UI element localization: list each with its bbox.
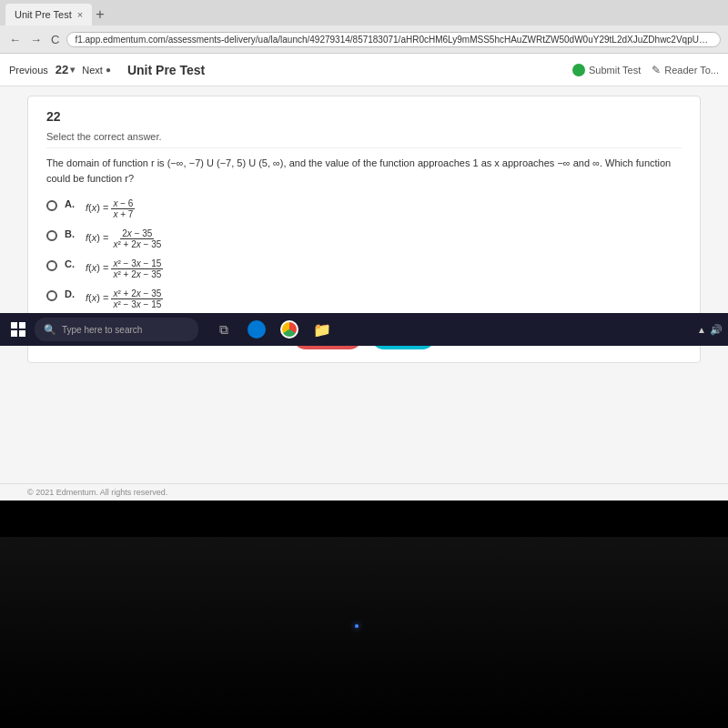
new-tab-button[interactable]: +	[96, 6, 104, 23]
search-icon: 🔍	[44, 324, 56, 336]
taskbar-search[interactable]: 🔍 Type here to search	[35, 318, 198, 341]
reader-icon: ✎	[652, 64, 661, 76]
option-a-formula: f(x) = x − 6 x + 7	[86, 198, 135, 219]
edge-browser-icon	[248, 320, 266, 339]
win-quad-1	[11, 322, 17, 329]
main-content: 22 Select the correct answer. The domain…	[0, 86, 728, 483]
power-indicator	[355, 624, 359, 628]
edge-icon[interactable]	[244, 317, 269, 342]
toolbar-left: Previous 22 ▾ Next ● Unit Pre Test	[9, 63, 572, 77]
question-number-heading: 22	[46, 109, 682, 124]
refresh-button[interactable]: C	[49, 33, 61, 46]
question-text: The domain of function r is (−∞, −7) U (…	[46, 156, 682, 186]
answer-options: A. f(x) = x − 6 x + 7 B. f(x) =	[46, 198, 682, 309]
windows-icon	[11, 322, 25, 337]
chrome-browser-icon	[280, 320, 298, 339]
previous-button[interactable]: Previous	[9, 65, 48, 76]
taskbar-icons: ⧉ 📁	[211, 317, 335, 342]
back-button[interactable]: ←	[7, 33, 23, 46]
taskbar-right: ▲ 🔊	[697, 324, 723, 336]
address-input[interactable]: f1.app.edmentum.com/assessments-delivery…	[66, 32, 721, 47]
fraction-d: x² + 2x − 35 x² − 3x − 15	[111, 288, 163, 309]
question-dropdown-arrow[interactable]: ▾	[70, 65, 75, 75]
tab-bar: Unit Pre Test × +	[0, 0, 728, 25]
task-view-button[interactable]: ⧉	[211, 317, 237, 342]
system-tray: ▲ 🔊	[697, 324, 723, 336]
app-toolbar: Previous 22 ▾ Next ● Unit Pre Test Submi…	[0, 54, 728, 86]
question-instruction: Select the correct answer.	[46, 131, 682, 148]
volume-icon[interactable]: 🔊	[710, 324, 723, 336]
radio-b[interactable]	[46, 230, 57, 241]
submit-icon	[572, 64, 585, 76]
fraction-c: x² − 3x − 15 x² + 2x − 35	[111, 258, 163, 279]
laptop-body	[0, 537, 728, 728]
taskbar: 🔍 Type here to search ⧉ 📁 ▲ 🔊	[0, 313, 728, 346]
tab-title: Unit Pre Test	[15, 9, 72, 20]
windows-start-button[interactable]	[5, 317, 31, 342]
copyright-text: © 2021 Edmentum. All rights reserved.	[27, 488, 167, 497]
win-quad-3	[11, 330, 17, 337]
option-a-label: A.	[65, 198, 75, 209]
option-a[interactable]: A. f(x) = x − 6 x + 7	[46, 198, 682, 219]
option-c-label: C.	[65, 258, 75, 269]
task-view-icon: ⧉	[219, 322, 228, 338]
option-b[interactable]: B. f(x) = 2x − 35 x² + 2x − 35	[46, 228, 682, 249]
question-number-value: 22	[56, 63, 68, 76]
option-b-label: B.	[65, 228, 75, 239]
tab-close-button[interactable]: ×	[77, 9, 83, 20]
files-icon[interactable]: 📁	[309, 317, 335, 342]
toolbar-right: Submit Test ✎ Reader To...	[572, 64, 719, 76]
reader-tools-button[interactable]: ✎ Reader To...	[652, 64, 719, 76]
forward-button[interactable]: →	[28, 33, 44, 46]
fraction-a: x − 6 x + 7	[111, 198, 135, 219]
folder-icon: 📁	[313, 321, 331, 339]
tray-icons: ▲	[697, 325, 706, 335]
footer: © 2021 Edmentum. All rights reserved.	[0, 483, 728, 500]
question-number-display: 22 ▾	[56, 63, 75, 76]
win-quad-4	[19, 330, 25, 337]
win-quad-2	[19, 322, 25, 329]
option-d[interactable]: D. f(x) = x² + 2x − 35 x² − 3x − 15	[46, 288, 682, 309]
chrome-icon[interactable]	[277, 317, 302, 342]
search-placeholder-text: Type here to search	[62, 325, 142, 335]
submit-test-button[interactable]: Submit Test	[572, 64, 641, 76]
option-d-formula: f(x) = x² + 2x − 35 x² − 3x − 15	[86, 288, 163, 309]
option-c[interactable]: C. f(x) = x² − 3x − 15 x² + 2x − 35	[46, 258, 682, 279]
option-d-label: D.	[65, 288, 75, 299]
active-tab[interactable]: Unit Pre Test ×	[5, 4, 92, 25]
radio-a[interactable]	[46, 200, 57, 211]
option-b-formula: f(x) = 2x − 35 x² + 2x − 35	[86, 228, 163, 249]
option-c-formula: f(x) = x² − 3x − 15 x² + 2x − 35	[86, 258, 163, 279]
radio-c[interactable]	[46, 260, 57, 271]
next-nav-button[interactable]: Next ●	[82, 65, 111, 76]
page-title: Unit Pre Test	[127, 63, 205, 77]
address-bar: ← → C f1.app.edmentum.com/assessments-de…	[0, 25, 728, 53]
radio-d[interactable]	[46, 290, 57, 301]
fraction-b: 2x − 35 x² + 2x − 35	[111, 228, 163, 249]
